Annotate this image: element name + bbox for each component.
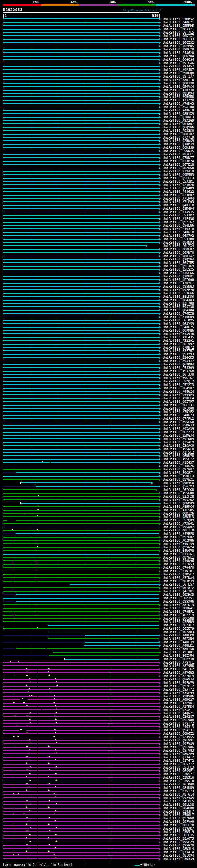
alignment-bar[interactable] [3, 161, 159, 162]
alignment-bar[interactable] [3, 767, 159, 768]
alignment-bar[interactable] [3, 286, 159, 287]
alignment-bar[interactable] [3, 141, 159, 141]
alignment-bar[interactable] [3, 723, 159, 724]
alignment-bar[interactable] [3, 391, 159, 392]
alignment-bar[interactable] [3, 208, 159, 209]
alignment-bar[interactable] [3, 665, 159, 666]
alignment-bar[interactable] [3, 577, 159, 578]
alignment-bar[interactable] [3, 59, 159, 60]
alignment-bar[interactable] [3, 384, 159, 385]
alignment-bar[interactable] [3, 848, 159, 849]
alignment-bar[interactable] [3, 364, 159, 365]
alignment-bar[interactable] [3, 29, 159, 30]
alignment-bar[interactable] [3, 523, 159, 524]
alignment-bar[interactable] [3, 621, 159, 622]
alignment-bar[interactable] [3, 753, 159, 754]
alignment-bar[interactable] [3, 540, 159, 541]
alignment-bar[interactable] [3, 432, 159, 433]
alignment-bar[interactable] [3, 405, 159, 405]
alignment-bar[interactable] [3, 252, 159, 253]
alignment-bar[interactable] [3, 123, 159, 124]
alignment-bar[interactable] [3, 202, 159, 202]
alignment-bar[interactable] [3, 422, 159, 423]
alignment-bar[interactable] [3, 340, 159, 341]
alignment-bar[interactable] [16, 648, 159, 649]
alignment-bar[interactable] [3, 367, 159, 368]
alignment-bar[interactable] [3, 615, 159, 616]
alignment-bar[interactable] [3, 215, 159, 216]
alignment-bar[interactable] [3, 570, 159, 571]
alignment-bar[interactable] [3, 479, 159, 480]
alignment-bar[interactable] [3, 438, 159, 439]
alignment-bar[interactable] [3, 726, 159, 727]
alignment-bar[interactable] [3, 831, 159, 832]
alignment-bar[interactable] [3, 154, 159, 155]
alignment-bar[interactable] [3, 25, 159, 26]
alignment-bar[interactable] [3, 791, 159, 792]
alignment-bar[interactable] [53, 652, 159, 653]
alignment-bar[interactable] [3, 706, 159, 707]
alignment-bar[interactable] [3, 22, 159, 23]
alignment-bar[interactable] [3, 672, 159, 673]
alignment-bar[interactable] [3, 19, 159, 20]
alignment-bar[interactable] [85, 642, 159, 643]
alignment-bar[interactable] [3, 306, 159, 307]
alignment-bar[interactable] [3, 777, 159, 778]
alignment-bar[interactable] [3, 689, 159, 690]
alignment-bar[interactable] [3, 567, 159, 568]
alignment-bar[interactable] [3, 120, 159, 121]
alignment-bar[interactable] [3, 679, 159, 680]
alignment-bar[interactable] [3, 442, 159, 443]
alignment-bar[interactable] [3, 743, 159, 744]
alignment-bar[interactable] [3, 245, 145, 246]
alignment-bar[interactable] [3, 157, 159, 158]
alignment-bar[interactable] [3, 611, 159, 612]
alignment-bar[interactable] [3, 838, 159, 839]
alignment-bar[interactable] [3, 408, 159, 409]
alignment-bar[interactable] [3, 225, 159, 226]
alignment-bar[interactable] [3, 506, 159, 507]
alignment-bar[interactable] [3, 709, 159, 710]
alignment-bar[interactable] [3, 560, 159, 561]
alignment-bar[interactable] [3, 855, 159, 856]
alignment-bar[interactable] [16, 601, 159, 602]
alignment-bar[interactable] [3, 554, 159, 555]
alignment-bar[interactable] [3, 459, 159, 460]
alignment-bar[interactable] [3, 273, 159, 273]
alignment-bar[interactable] [3, 184, 159, 185]
alignment-bar[interactable] [3, 520, 159, 521]
alignment-bar[interactable] [65, 659, 159, 659]
alignment-bar[interactable] [3, 313, 159, 314]
alignment-bar[interactable] [3, 106, 159, 107]
alignment-bar[interactable] [3, 110, 159, 111]
alignment-bar[interactable] [3, 96, 159, 97]
alignment-bar[interactable] [3, 713, 159, 714]
alignment-bar[interactable] [3, 841, 159, 842]
alignment-bar[interactable] [3, 310, 159, 311]
alignment-bar[interactable] [48, 638, 159, 639]
alignment-bar[interactable] [3, 476, 159, 477]
alignment-bar[interactable] [3, 696, 159, 697]
subject-id-label[interactable]: UniRef100_C3W339 [163, 857, 194, 861]
alignment-bar[interactable] [3, 195, 159, 195]
alignment-bar[interactable] [3, 703, 159, 704]
alignment-bar[interactable] [3, 716, 159, 717]
alignment-bar[interactable] [3, 676, 159, 677]
alignment-bar[interactable] [3, 825, 159, 826]
alignment-bar[interactable] [3, 692, 159, 693]
alignment-bar[interactable] [3, 774, 159, 775]
alignment-bar[interactable] [3, 401, 159, 402]
alignment-bar[interactable] [3, 374, 159, 375]
alignment-bar[interactable] [3, 544, 159, 545]
alignment-bar[interactable] [3, 361, 159, 362]
alignment-bar[interactable] [3, 188, 159, 189]
alignment-bar[interactable] [3, 191, 159, 192]
alignment-bar[interactable] [3, 750, 159, 751]
alignment-bar[interactable] [3, 137, 159, 138]
alignment-bar[interactable] [3, 178, 159, 179]
alignment-bar[interactable] [36, 486, 159, 487]
alignment-bar[interactable] [16, 594, 159, 595]
alignment-bar[interactable] [3, 787, 159, 788]
alignment-bar[interactable] [3, 821, 159, 822]
alignment-bar[interactable] [3, 113, 159, 114]
